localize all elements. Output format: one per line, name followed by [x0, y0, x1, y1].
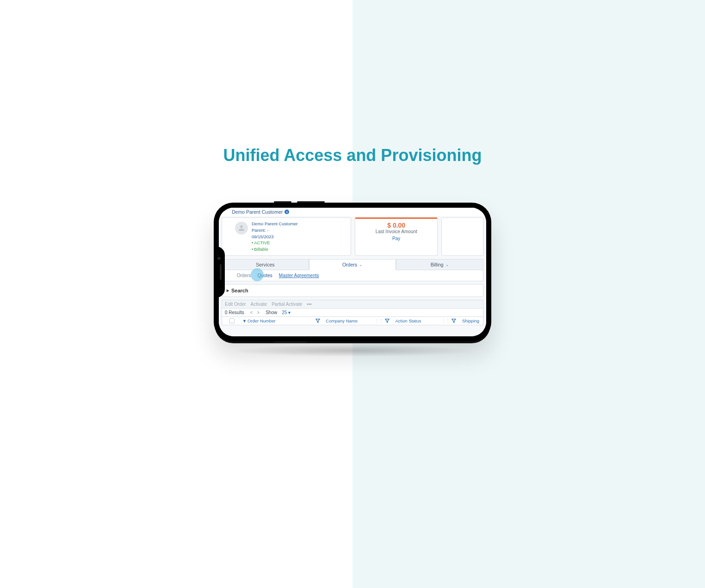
chevron-down-icon: ⌄: [445, 262, 449, 267]
tab-billing-label: Billing: [431, 262, 444, 267]
customer-details: Demo Parent Customer Parent: - 09/15/202…: [252, 221, 298, 253]
results-count: 0 Results: [225, 310, 244, 315]
phone-mockup: Demo Parent Customer i Demo Parent Custo…: [214, 203, 491, 341]
pay-link[interactable]: Pay: [359, 236, 433, 241]
chevron-down-icon: ⌄: [359, 262, 363, 267]
select-all-checkbox[interactable]: [229, 318, 235, 323]
subtab-quotes[interactable]: Quotes: [258, 273, 272, 278]
column-shipping-label: Shipping: [462, 318, 479, 323]
titlebar-customer-name: Demo Parent Customer: [232, 209, 283, 215]
customer-parent: Parent: -: [252, 227, 298, 234]
avatar: [235, 222, 248, 235]
column-company-name[interactable]: Company Name: [324, 318, 371, 323]
prev-page-button[interactable]: <: [249, 310, 254, 315]
invoice-label: Last Invoice Amount: [359, 229, 433, 234]
tab-billing[interactable]: Billing ⌄: [396, 259, 483, 270]
app-root: Demo Parent Customer i Demo Parent Custo…: [219, 208, 486, 336]
sub-tabs: Orders Quotes Master Agreements: [222, 270, 483, 281]
phone-button: [297, 201, 325, 203]
card-stub: [441, 217, 483, 256]
table-toolbar: Edit Order Activate Partial Activate •••: [222, 300, 483, 308]
main-tabs: Services Orders ⌄ Billing ⌄: [222, 259, 483, 270]
table-header-row: ▾ Order Number Company Name ⋮⋮ Action St…: [222, 316, 483, 325]
tab-services-label: Services: [256, 262, 274, 267]
show-label: Show: [266, 310, 277, 315]
phone-notch: [214, 247, 225, 297]
column-company-name-label: Company Name: [326, 318, 358, 323]
titlebar: Demo Parent Customer i: [219, 208, 486, 216]
caret-right-icon: ▸: [227, 288, 229, 293]
subtab-orders[interactable]: Orders: [237, 273, 251, 278]
phone-button: [274, 341, 306, 343]
phone-shadow: [232, 345, 473, 357]
user-icon: [237, 224, 246, 232]
summary-cards-row: Demo Parent Customer Parent: - 09/15/202…: [219, 216, 486, 257]
status-billable: •Billable: [252, 246, 298, 253]
phone-button: [274, 201, 291, 203]
filter-icon[interactable]: [451, 318, 456, 323]
tab-orders-label: Orders: [342, 262, 357, 267]
page-size-select[interactable]: 25 ▾: [282, 310, 291, 315]
search-label: Search: [231, 288, 248, 293]
phone-screen: Demo Parent Customer i Demo Parent Custo…: [219, 208, 486, 336]
page-headline: Unified Access and Provisioning: [0, 146, 705, 165]
next-page-button[interactable]: >: [255, 310, 261, 315]
customer-card: Demo Parent Customer Parent: - 09/15/202…: [222, 217, 351, 256]
invoice-card: $ 0.00 Last Invoice Amount Pay: [355, 217, 438, 256]
customer-date: 09/15/2023: [252, 234, 298, 240]
partial-activate-button[interactable]: Partial Activate: [272, 302, 302, 307]
invoice-amount: $ 0.00: [359, 222, 433, 229]
status-active: •ACTIVE: [252, 240, 298, 246]
activate-button[interactable]: Activate: [251, 302, 267, 307]
filter-icon[interactable]: [315, 318, 320, 323]
column-shipping[interactable]: Shipping: [460, 318, 481, 323]
tab-orders[interactable]: Orders ⌄: [309, 259, 396, 270]
pager-row: 0 Results < > Show 25 ▾: [222, 308, 483, 316]
edit-order-button[interactable]: Edit Order: [225, 302, 246, 307]
column-action-status[interactable]: Action Status: [393, 318, 438, 323]
column-order-number-label: Order Number: [247, 318, 276, 323]
more-button[interactable]: •••: [307, 302, 312, 307]
column-grip-icon[interactable]: ⋮⋮: [375, 318, 383, 323]
column-order-number[interactable]: ▾ Order Number: [241, 318, 312, 323]
filter-icon[interactable]: [385, 318, 390, 323]
column-grip-icon[interactable]: ⋮⋮: [441, 318, 450, 323]
column-action-status-label: Action Status: [395, 318, 421, 323]
sort-desc-icon: ▾: [243, 318, 246, 323]
subtab-master-agreements[interactable]: Master Agreements: [279, 273, 319, 278]
customer-name: Demo Parent Customer: [252, 221, 298, 227]
caret-down-icon: ▾: [288, 310, 291, 315]
search-panel[interactable]: ▸ Search: [222, 284, 483, 297]
tab-services[interactable]: Services: [222, 259, 309, 270]
info-icon[interactable]: i: [284, 210, 289, 214]
